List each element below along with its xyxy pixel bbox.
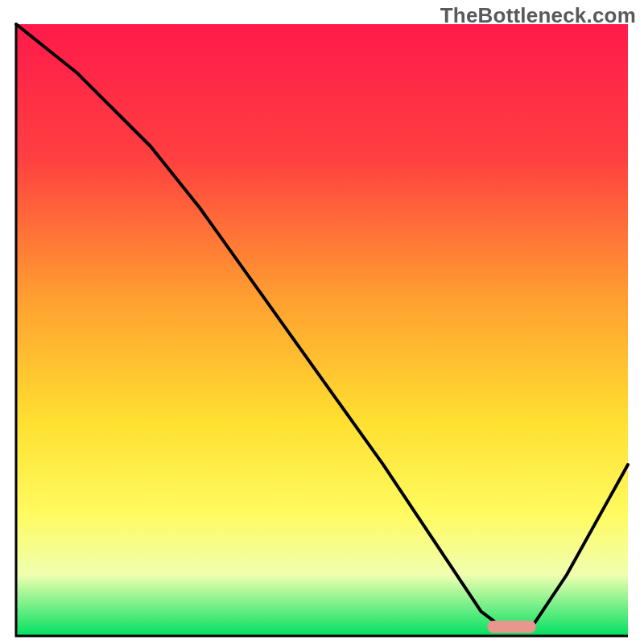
optimal-marker	[487, 621, 536, 633]
chart-container: { "watermark": "TheBottleneck.com", "cha…	[0, 0, 644, 644]
watermark-text: TheBottleneck.com	[440, 3, 636, 28]
gradient-rect	[16, 24, 628, 636]
bottleneck-chart	[0, 0, 644, 644]
plot-area	[16, 24, 628, 636]
